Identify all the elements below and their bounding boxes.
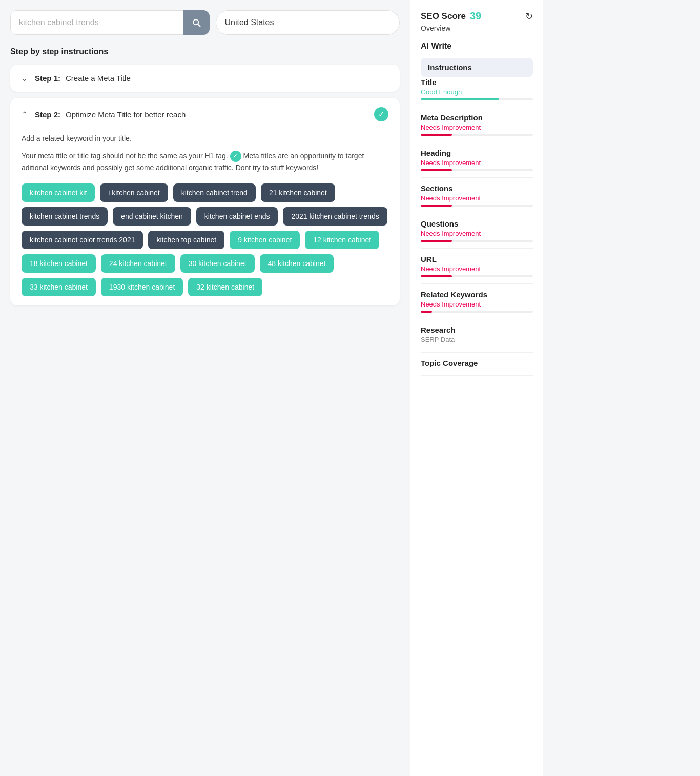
sidebar-section-status-meta-description: Needs Improvement [421, 124, 533, 131]
status-bar-meta-description [421, 134, 533, 136]
sidebar-section-title-related-keywords: Related Keywords [421, 290, 533, 299]
status-bar-fill-meta-description [421, 134, 452, 136]
keyword-tag[interactable]: end cabinet kitchen [113, 207, 191, 226]
status-bar-fill-questions [421, 240, 452, 242]
status-bar-fill-sections [421, 205, 452, 207]
status-bar-fill-heading [421, 169, 452, 171]
keyword-tag[interactable]: 21 kitchen cabinet [261, 183, 335, 202]
sidebar-section-sections[interactable]: SectionsNeeds Improvement [421, 184, 533, 213]
step1-title: Create a Meta Title [66, 74, 131, 83]
search-bar-row [10, 10, 400, 35]
status-bar-fill-url [421, 275, 452, 277]
keyword-tag[interactable]: 9 kitchen cabinet [230, 231, 300, 249]
sidebar-section-title-questions: Questions [421, 219, 533, 228]
status-bar-url [421, 275, 533, 277]
location-input[interactable] [216, 10, 400, 35]
step2-toggle-icon: ⌃ [22, 110, 30, 118]
sidebar-section-title-sections: Sections [421, 184, 533, 193]
status-bar-fill-title [421, 98, 499, 100]
step1-header[interactable]: ⌄ Step 1: Create a Meta Title [22, 74, 388, 83]
overview-label: Overview [421, 24, 533, 32]
sidebar-section-title[interactable]: TitleGood Enough [421, 78, 533, 107]
sidebar-section-status-research: SERP Data [421, 336, 533, 343]
step-by-step-label: Step by step instructions [10, 47, 400, 56]
keyword-tag[interactable]: 32 kitchen cabinet [188, 278, 262, 296]
sidebar-section-title-research: Research [421, 325, 533, 334]
step2-label: Step 2: [35, 110, 60, 119]
sidebar-nav-instructions[interactable]: Instructions [421, 58, 533, 77]
keyword-tag[interactable]: 2021 kitchen cabinet trends [283, 207, 387, 226]
step2-card: ⌃ Step 2: Optimize Meta Title for better… [10, 98, 400, 305]
sidebar-section-heading[interactable]: HeadingNeeds Improvement [421, 149, 533, 178]
sidebar-section-meta-description[interactable]: Meta DescriptionNeeds Improvement [421, 113, 533, 142]
status-bar-heading [421, 169, 533, 171]
seo-score-label: SEO Score [421, 11, 466, 22]
keyword-tag[interactable]: 24 kitchen cabinet [101, 254, 175, 273]
sidebar-section-title-heading: Heading [421, 149, 533, 157]
sidebar-section-title-url: URL [421, 255, 533, 263]
status-bar-fill-related-keywords [421, 311, 432, 313]
search-input-wrapper [10, 10, 210, 35]
seo-score-value: 39 [470, 10, 481, 22]
step1-card: ⌄ Step 1: Create a Meta Title [10, 65, 400, 92]
seo-score-row: SEO Score 39 ↻ [421, 10, 533, 22]
keyword-tag[interactable]: kitchen cabinet trends [22, 207, 108, 226]
search-button[interactable] [183, 10, 210, 35]
step2-content: Add a related keyword in your title. You… [22, 131, 388, 296]
status-bar-title [421, 98, 533, 100]
keyword-tag[interactable]: kitchen cabinet trend [173, 183, 256, 202]
keyword-tag[interactable]: kitchen top cabinet [148, 231, 224, 249]
status-bar-sections [421, 205, 533, 207]
keyword-tag[interactable]: 48 kitchen cabinet [260, 254, 334, 273]
keyword-tag[interactable]: i kitchen cabinet [100, 183, 168, 202]
keyword-tag[interactable]: 33 kitchen cabinet [22, 278, 96, 296]
sidebar-section-status-related-keywords: Needs Improvement [421, 300, 533, 308]
sidebar-section-status-sections: Needs Improvement [421, 194, 533, 202]
step2-instruction2: Your meta title or title tag should not … [22, 150, 388, 173]
step2-instruction1: Add a related keyword in your title. [22, 133, 388, 144]
keyword-tag[interactable]: 18 kitchen cabinet [22, 254, 96, 273]
keyword-tag[interactable]: 1930 kitchen cabinet [101, 278, 183, 296]
status-bar-questions [421, 240, 533, 242]
keyword-tag[interactable]: 12 kitchen cabinet [305, 231, 379, 249]
search-input[interactable] [10, 10, 210, 35]
keyword-tag[interactable]: kitchen cabinet color trends 2021 [22, 231, 143, 249]
sidebar-section-research[interactable]: ResearchSERP Data [421, 325, 533, 353]
sidebar-section-title-title: Title [421, 78, 533, 87]
keywords-grid: kitchen cabinet kiti kitchen cabinetkitc… [22, 183, 388, 296]
sidebar-section-status-questions: Needs Improvement [421, 230, 533, 237]
sidebar-sections-container: TitleGood EnoughMeta DescriptionNeeds Im… [421, 78, 533, 376]
sidebar-section-questions[interactable]: QuestionsNeeds Improvement [421, 219, 533, 249]
step2-title: Optimize Meta Title for better reach [66, 110, 186, 119]
ai-write-label: AI Write [421, 42, 533, 51]
step1-label: Step 1: [35, 74, 60, 83]
keyword-tag[interactable]: 30 kitchen cabinet [180, 254, 255, 273]
step2-check-icon: ✓ [374, 107, 388, 121]
sidebar-section-status-heading: Needs Improvement [421, 159, 533, 167]
main-content: Step by step instructions ⌄ Step 1: Crea… [0, 0, 410, 776]
sidebar-section-topic-coverage[interactable]: Topic Coverage [421, 359, 533, 376]
sidebar-section-title-topic-coverage: Topic Coverage [421, 359, 533, 367]
sidebar: SEO Score 39 ↻ Overview AI Write Instruc… [410, 0, 543, 776]
sidebar-section-related-keywords[interactable]: Related KeywordsNeeds Improvement [421, 290, 533, 319]
sidebar-section-title-meta-description: Meta Description [421, 113, 533, 122]
refresh-icon[interactable]: ↻ [525, 11, 533, 22]
keyword-tag[interactable]: kitchen cabinet kit [22, 183, 95, 202]
sidebar-section-url[interactable]: URLNeeds Improvement [421, 255, 533, 284]
sidebar-section-status-url: Needs Improvement [421, 265, 533, 273]
step1-toggle-icon: ⌄ [22, 74, 30, 83]
sidebar-section-status-title: Good Enough [421, 88, 533, 96]
status-bar-related-keywords [421, 311, 533, 313]
search-icon [191, 17, 201, 28]
keyword-tag[interactable]: kitchen cabinet ends [196, 207, 278, 226]
step2-header[interactable]: ⌃ Step 2: Optimize Meta Title for better… [22, 107, 388, 121]
